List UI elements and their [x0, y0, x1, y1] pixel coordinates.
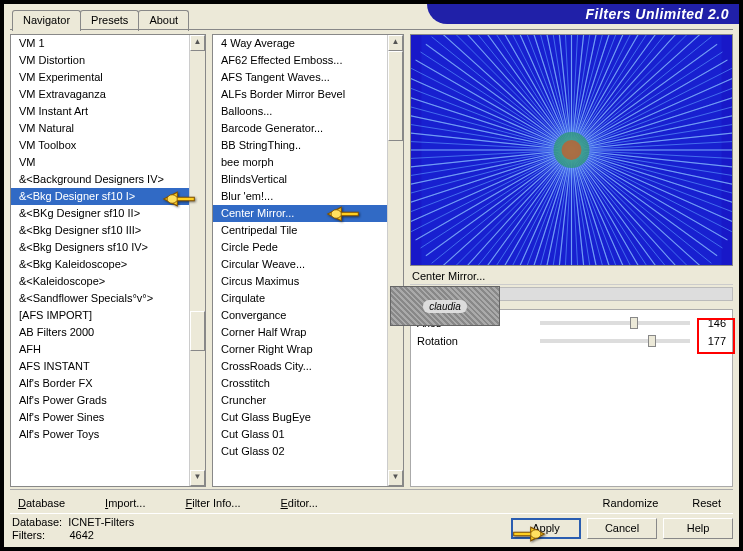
- editor-button[interactable]: Editor...: [273, 494, 326, 512]
- list-item[interactable]: VM Toolbox: [11, 137, 205, 154]
- randomize-button[interactable]: Randomize: [595, 494, 667, 512]
- preview-pane: [410, 34, 733, 266]
- list-item[interactable]: AB Filters 2000: [11, 324, 205, 341]
- footer-info: Database: ICNET-Filters Filters: 4642: [10, 516, 505, 542]
- list-item[interactable]: BB StringThing..: [213, 137, 403, 154]
- toolbar: Database Import... Filter Info... Editor…: [10, 489, 733, 511]
- list-item[interactable]: AFS INSTANT: [11, 358, 205, 375]
- list-item[interactable]: BlindsVertical: [213, 171, 403, 188]
- list-item[interactable]: Barcode Generator...: [213, 120, 403, 137]
- list-item[interactable]: &<BKg Designer sf10 II>: [11, 205, 205, 222]
- tab-navigator[interactable]: Navigator: [12, 10, 81, 31]
- list-item[interactable]: &<Sandflower Specials°v°>: [11, 290, 205, 307]
- list-item[interactable]: &<Bkg Designer sf10 III>: [11, 222, 205, 239]
- list-item[interactable]: Cruncher: [213, 392, 403, 409]
- list-item[interactable]: &<Background Designers IV>: [11, 171, 205, 188]
- param-value: 177: [698, 335, 726, 347]
- list-item[interactable]: Corner Half Wrap: [213, 324, 403, 341]
- tab-presets[interactable]: Presets: [80, 10, 139, 31]
- watermark: claudia: [390, 286, 500, 326]
- list-item[interactable]: Corner Right Wrap: [213, 341, 403, 358]
- list-item[interactable]: Alf's Power Grads: [11, 392, 205, 409]
- list-item[interactable]: Alf's Power Sines: [11, 409, 205, 426]
- scroll-thumb[interactable]: [388, 51, 403, 141]
- parameter-panel: Axes146Rotation177: [410, 309, 733, 487]
- list-item[interactable]: bee morph: [213, 154, 403, 171]
- apply-button[interactable]: Apply: [511, 518, 581, 539]
- tab-strip: Navigator Presets About: [12, 10, 188, 31]
- list-item[interactable]: Alf's Border FX: [11, 375, 205, 392]
- scroll-down-icon[interactable]: ▼: [388, 470, 403, 486]
- category-list[interactable]: VM 1VM DistortionVM ExperimentalVM Extra…: [10, 34, 206, 487]
- list-item[interactable]: AFH: [11, 341, 205, 358]
- list-item[interactable]: Cirqulate: [213, 290, 403, 307]
- list-item[interactable]: CrossRoads City...: [213, 358, 403, 375]
- list-item[interactable]: VM: [11, 154, 205, 171]
- import-button[interactable]: Import...: [97, 494, 153, 512]
- list-item[interactable]: Balloons...: [213, 103, 403, 120]
- reset-button[interactable]: Reset: [684, 494, 729, 512]
- list-item[interactable]: &<Bkg Designer sf10 I>: [11, 188, 205, 205]
- list-item[interactable]: Cut Glass 01: [213, 426, 403, 443]
- filter-info-button[interactable]: Filter Info...: [177, 494, 248, 512]
- param-slider[interactable]: [540, 321, 690, 325]
- scroll-up-icon[interactable]: ▲: [190, 35, 205, 51]
- database-button[interactable]: Database: [10, 494, 73, 512]
- list-item[interactable]: &<Kaleidoscope>: [11, 273, 205, 290]
- scrollbar[interactable]: ▲ ▼: [189, 35, 205, 486]
- param-value: 146: [698, 317, 726, 329]
- help-button[interactable]: Help: [663, 518, 733, 539]
- list-item[interactable]: AF62 Effected Emboss...: [213, 52, 403, 69]
- list-item[interactable]: AFS Tangent Waves...: [213, 69, 403, 86]
- list-item[interactable]: Alf's Power Toys: [11, 426, 205, 443]
- title-bar: Filters Unlimited 2.0: [427, 4, 739, 24]
- list-item[interactable]: Crosstitch: [213, 375, 403, 392]
- scroll-down-icon[interactable]: ▼: [190, 470, 205, 486]
- list-item[interactable]: Cut Glass 02: [213, 443, 403, 460]
- svg-point-182: [562, 140, 582, 160]
- filter-name-label: Center Mirror...: [410, 266, 733, 285]
- param-label: Rotation: [417, 335, 532, 347]
- list-item[interactable]: &<Bkg Designers sf10 IV>: [11, 239, 205, 256]
- list-item[interactable]: Cut Glass BugEye: [213, 409, 403, 426]
- filter-list[interactable]: 4 Way AverageAF62 Effected Emboss...AFS …: [212, 34, 404, 487]
- tab-about[interactable]: About: [138, 10, 189, 31]
- list-item[interactable]: ALFs Border Mirror Bevel: [213, 86, 403, 103]
- param-slider[interactable]: [540, 339, 690, 343]
- param-row: Rotation177: [413, 332, 730, 350]
- list-item[interactable]: VM Extravaganza: [11, 86, 205, 103]
- list-item[interactable]: VM 1: [11, 35, 205, 52]
- list-item[interactable]: Blur 'em!...: [213, 188, 403, 205]
- scroll-up-icon[interactable]: ▲: [388, 35, 403, 51]
- list-item[interactable]: VM Distortion: [11, 52, 205, 69]
- scrollbar[interactable]: ▲ ▼: [387, 35, 403, 486]
- list-item[interactable]: VM Natural: [11, 120, 205, 137]
- list-item[interactable]: 4 Way Average: [213, 35, 403, 52]
- list-item[interactable]: Center Mirror...: [213, 205, 403, 222]
- cancel-button[interactable]: Cancel: [587, 518, 657, 539]
- list-item[interactable]: &<Bkg Kaleidoscope>: [11, 256, 205, 273]
- list-item[interactable]: Circular Weave...: [213, 256, 403, 273]
- list-item[interactable]: Centripedal Tile: [213, 222, 403, 239]
- list-item[interactable]: [AFS IMPORT]: [11, 307, 205, 324]
- scroll-thumb[interactable]: [190, 311, 205, 351]
- list-item[interactable]: VM Experimental: [11, 69, 205, 86]
- list-item[interactable]: Circle Pede: [213, 239, 403, 256]
- list-item[interactable]: Convergance: [213, 307, 403, 324]
- list-item[interactable]: Circus Maximus: [213, 273, 403, 290]
- list-item[interactable]: VM Instant Art: [11, 103, 205, 120]
